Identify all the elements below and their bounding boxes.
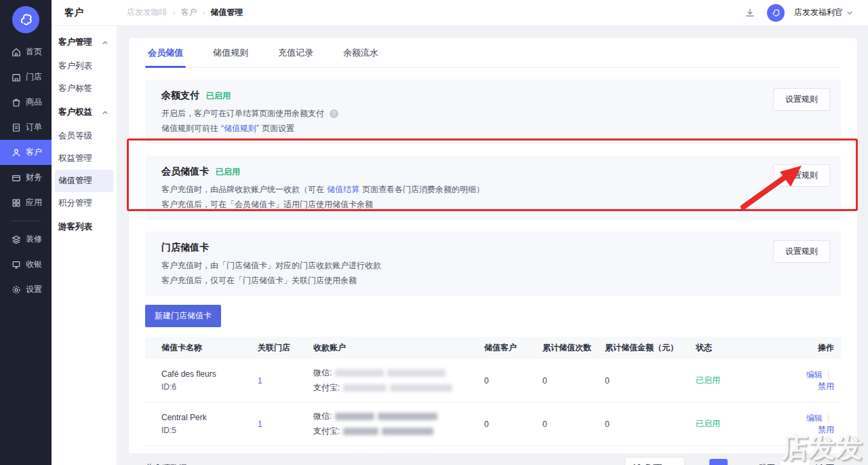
subnav-item-stored-value-mgmt[interactable]: 储值管理	[55, 170, 113, 192]
subnav-group-customer-benefits[interactable]: 客户权益	[52, 100, 117, 125]
disable-link[interactable]: 禁用	[818, 382, 834, 391]
sidebar-item-order[interactable]: 订单	[0, 115, 52, 140]
jump-to-page: 跳至 / 1 页	[752, 458, 841, 465]
linked-stores-link[interactable]: 1	[258, 376, 262, 386]
stored-value-settlement-link[interactable]: 储值结算	[327, 184, 359, 196]
page-title: 客户	[52, 7, 117, 19]
redacted-account-value	[343, 384, 387, 392]
card-title: 余额支付	[161, 90, 199, 102]
column-header: 储值客户	[484, 337, 542, 359]
page-size-value: 10 条/页	[632, 462, 662, 465]
alipay-label: 支付宝:	[313, 382, 340, 394]
card-description: 开启后，客户可在订单结算页面使用余额支付	[161, 108, 324, 119]
subnav-item-points-mgmt[interactable]: 积分管理	[55, 192, 113, 215]
user-menu[interactable]: 店发发福利官	[794, 7, 853, 18]
card-description: 客户充值后，可在「会员储值卡」适用门店使用储值卡余额	[161, 199, 373, 210]
row-status: 已启用	[696, 367, 803, 394]
sidebar-item-label: 财务	[26, 172, 42, 183]
table-footer: 共 2 项数据 10 条/页 ‹ 1 › 跳至 / 1 页	[145, 457, 841, 465]
jump-page-input[interactable]	[781, 460, 809, 465]
subnav-item-guest-list[interactable]: 游客列表	[52, 215, 117, 240]
row-status: 已启用	[696, 410, 803, 438]
total-pages-text: / 1 页	[814, 462, 834, 465]
sidebar-item-label: 门店	[26, 71, 42, 83]
sidebar-item-label: 商品	[26, 96, 42, 108]
breadcrumb-item[interactable]: 客户	[181, 7, 197, 18]
linked-stores-link[interactable]: 1	[258, 420, 262, 429]
tab-member-stored-value[interactable]: 会员储值	[145, 47, 186, 67]
sidebar-item-label: 客户	[26, 147, 42, 158]
card-name: Central Perk	[161, 413, 252, 422]
disable-link[interactable]: 禁用	[818, 425, 834, 434]
set-rules-button[interactable]: 设置规则	[773, 240, 830, 263]
sidebar-item-customer[interactable]: 客户	[0, 140, 52, 165]
column-header: 操作	[803, 337, 841, 359]
card-description: 客户充值时，由品牌收款账户统一收款（可在	[161, 184, 324, 196]
user-avatar[interactable]	[767, 4, 785, 22]
recharge-amount: 0	[605, 368, 696, 394]
sidebar-item-goods[interactable]: 商品	[0, 90, 52, 115]
store-icon	[12, 73, 21, 82]
sidebar-item-settings[interactable]: 设置	[0, 277, 52, 302]
sidebar-item-label: 收银	[26, 259, 42, 270]
subnav-item-benefit-mgmt[interactable]: 权益管理	[55, 147, 113, 170]
edit-link[interactable]: 编辑	[806, 413, 823, 423]
brand-logo[interactable]	[0, 0, 52, 39]
subnav-item-member-level[interactable]: 会员等级	[55, 125, 113, 147]
home-icon	[12, 48, 21, 57]
sidebar-item-apps[interactable]: 应用	[0, 190, 52, 215]
chevron-down-icon	[846, 10, 853, 16]
primary-sidebar: 首页 门店 商品 订单 客户 财务	[0, 0, 52, 465]
sidebar-item-label: 订单	[26, 122, 42, 133]
chevron-up-icon	[102, 109, 108, 116]
download-icon[interactable]	[743, 5, 757, 20]
sidebar-item-home[interactable]: 首页	[0, 39, 52, 64]
breadcrumb-item-current: 储值管理	[210, 7, 243, 18]
redacted-account-value	[335, 369, 384, 377]
edit-link[interactable]: 编辑	[806, 370, 823, 379]
card-balance-pay: 余额支付 已启用 开启后，客户可在订单结算页面使用余额支付 ? 储值规则可前往 …	[145, 79, 841, 144]
subnav-item-customer-tags[interactable]: 客户标签	[55, 77, 113, 100]
new-store-card-button[interactable]: 新建门店储值卡	[145, 305, 221, 327]
tab-balance-flow[interactable]: 余额流水	[340, 47, 381, 67]
action-divider: |	[827, 370, 829, 379]
redacted-account-value	[387, 369, 446, 377]
apps-icon	[12, 198, 21, 208]
action-divider: |	[827, 413, 829, 423]
tab-stored-value-rules[interactable]: 储值规则	[210, 47, 251, 67]
sidebar-item-cashier[interactable]: 收银	[0, 252, 52, 277]
page-size-select[interactable]: 10 条/页	[625, 457, 685, 465]
main-content: 会员储值 储值规则 充值记录 余额流水 余额支付 已启用 开启后，客户可在订单结…	[117, 26, 868, 465]
breadcrumb-separator-icon: ›	[173, 9, 176, 17]
jump-label: 跳至	[759, 462, 775, 465]
column-header: 累计储值次数	[542, 337, 605, 359]
card-id: ID:5	[161, 426, 252, 435]
card-description: 页面设置	[262, 123, 294, 134]
table-header-row: 储值卡名称 关联门店 收款账户 储值客户 累计储值次数 累计储值金额（元） 状态…	[145, 337, 841, 359]
table-row: Café des fleurs ID:6 1 微信: 支付宝:	[145, 359, 841, 403]
sidebar-item-label: 设置	[26, 284, 42, 295]
recharge-count: 0	[542, 411, 605, 437]
breadcrumb-item[interactable]: 店发发咖啡	[127, 7, 167, 18]
help-icon[interactable]: ?	[330, 109, 338, 118]
stored-value-card-table: 储值卡名称 关联门店 收款账户 储值客户 累计储值次数 累计储值金额（元） 状态…	[145, 337, 841, 446]
set-rules-button[interactable]: 设置规则	[773, 88, 830, 111]
redacted-account-value	[390, 384, 452, 392]
tab-recharge-records[interactable]: 充值记录	[275, 47, 316, 67]
stored-value-rules-link[interactable]: “储值规则”	[221, 123, 259, 134]
sidebar-item-store[interactable]: 门店	[0, 64, 52, 90]
sidebar-item-decorate[interactable]: 装修	[0, 227, 52, 252]
sidebar-item-finance[interactable]: 财务	[0, 165, 52, 190]
goods-icon	[12, 98, 21, 107]
brand-swirl-icon	[12, 6, 39, 33]
settings-icon	[12, 285, 21, 295]
set-rules-button[interactable]: 设置规则	[773, 164, 830, 187]
stored-customers-count: 0	[484, 368, 542, 394]
subnav-item-customer-list[interactable]: 客户列表	[55, 55, 113, 77]
redacted-account-value	[378, 413, 437, 420]
page-number-button[interactable]: 1	[709, 459, 728, 465]
finance-icon	[12, 173, 21, 183]
subnav-group-customer-mgmt[interactable]: 客户管理	[52, 30, 117, 55]
breadcrumb-separator-icon: ›	[203, 9, 205, 17]
wechat-label: 微信:	[313, 411, 332, 422]
